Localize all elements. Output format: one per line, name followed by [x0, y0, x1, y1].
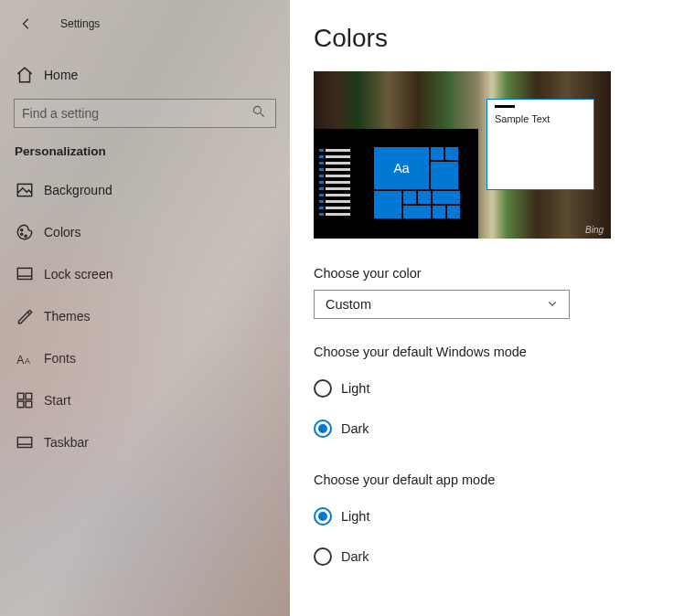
- settings-window: Settings Home Personalization Background: [0, 0, 684, 616]
- svg-text:A: A: [25, 356, 30, 366]
- sidebar-item-background[interactable]: Background: [0, 169, 290, 211]
- sidebar: Settings Home Personalization Background: [0, 0, 290, 616]
- app-mode-light[interactable]: Light: [314, 496, 684, 536]
- main-content: Colors Aa: [290, 0, 684, 616]
- sidebar-item-colors[interactable]: Colors: [0, 211, 290, 253]
- windows-mode-group: Light Dark: [314, 368, 684, 449]
- preview-sample-text: Sample Text: [487, 113, 593, 124]
- sidebar-item-label: Background: [44, 183, 112, 197]
- lockscreen-icon: [15, 264, 35, 284]
- radio-label: Dark: [341, 549, 369, 564]
- color-select-label: Choose your color: [314, 266, 684, 281]
- app-mode-dark[interactable]: Dark: [314, 536, 684, 577]
- sidebar-item-fonts[interactable]: AA Fonts: [0, 337, 290, 379]
- color-select[interactable]: Custom: [314, 290, 570, 319]
- svg-point-4: [25, 235, 27, 237]
- radio-label: Light: [341, 509, 369, 524]
- image-icon: [15, 180, 35, 200]
- radio-icon: [314, 379, 332, 398]
- palette-icon: [15, 222, 35, 242]
- home-label: Home: [44, 68, 78, 82]
- sidebar-item-label: Themes: [44, 309, 91, 324]
- svg-point-3: [21, 233, 23, 235]
- sidebar-item-label: Colors: [44, 225, 80, 239]
- fonts-icon: AA: [15, 348, 35, 368]
- search-input[interactable]: [14, 99, 276, 128]
- start-icon: [15, 390, 35, 410]
- home-icon: [15, 65, 35, 85]
- sidebar-item-label: Lock screen: [44, 267, 112, 281]
- svg-point-2: [21, 229, 23, 231]
- sidebar-item-themes[interactable]: Themes: [0, 295, 290, 337]
- preview-tile-text: Aa: [374, 147, 429, 189]
- color-preview: Aa Sample Text Bing: [314, 71, 611, 239]
- preview-window: Sample Text: [486, 99, 594, 190]
- app-mode-label: Choose your default app mode: [314, 473, 684, 487]
- sidebar-item-home[interactable]: Home: [0, 55, 290, 95]
- windows-mode-dark[interactable]: Dark: [314, 409, 684, 449]
- sidebar-item-lockscreen[interactable]: Lock screen: [0, 253, 290, 295]
- svg-rect-9: [26, 393, 32, 399]
- radio-icon: [314, 547, 332, 566]
- taskbar-icon: [15, 432, 35, 452]
- color-select-value: Custom: [326, 297, 371, 312]
- themes-icon: [15, 306, 35, 326]
- back-label: Settings: [60, 17, 100, 30]
- windows-mode-label: Choose your default Windows mode: [314, 345, 684, 359]
- radio-icon: [314, 420, 332, 438]
- sidebar-item-taskbar[interactable]: Taskbar: [0, 421, 290, 463]
- svg-rect-12: [17, 438, 31, 448]
- chevron-down-icon: [547, 297, 558, 312]
- radio-label: Dark: [341, 421, 369, 436]
- svg-rect-8: [17, 393, 24, 399]
- sidebar-item-label: Start: [44, 393, 71, 408]
- preview-start-menu: Aa: [314, 129, 478, 239]
- section-title: Personalization: [0, 128, 290, 169]
- svg-text:A: A: [16, 354, 25, 366]
- search-field[interactable]: [22, 106, 251, 121]
- sidebar-item-start[interactable]: Start: [0, 379, 290, 421]
- page-title: Colors: [314, 24, 684, 53]
- bing-watermark: Bing: [585, 225, 604, 235]
- svg-rect-11: [26, 401, 32, 408]
- windows-mode-light[interactable]: Light: [314, 368, 684, 409]
- sidebar-item-label: Taskbar: [44, 435, 89, 450]
- back-arrow-icon: [16, 17, 37, 30]
- svg-rect-10: [17, 401, 24, 408]
- back-button[interactable]: Settings: [0, 11, 290, 37]
- svg-point-0: [253, 106, 261, 113]
- svg-rect-5: [17, 268, 31, 279]
- search-icon: [251, 104, 266, 122]
- radio-icon: [314, 507, 332, 526]
- radio-label: Light: [341, 381, 369, 396]
- app-mode-group: Light Dark: [314, 496, 684, 577]
- sidebar-item-label: Fonts: [44, 351, 76, 366]
